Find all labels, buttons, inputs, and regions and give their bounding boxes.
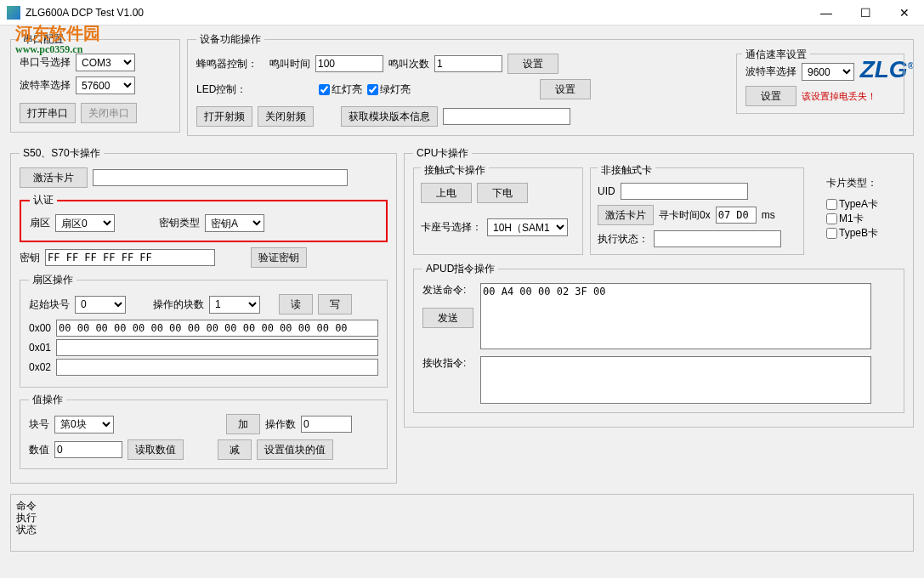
- exec-status-output: [654, 230, 781, 247]
- value-label: 数值: [29, 443, 49, 457]
- cpu-legend: CPU卡操作: [413, 146, 472, 161]
- close-serial-button[interactable]: 关闭串口: [81, 103, 137, 123]
- row0-input[interactable]: [56, 320, 378, 337]
- watermark: 河东软件园 www.pc0359.cn: [15, 22, 100, 56]
- port-select[interactable]: COM3: [76, 54, 135, 71]
- uid-label: UID: [598, 185, 615, 197]
- add-button[interactable]: 加: [226, 414, 260, 434]
- typea-checkbox[interactable]: TypeA卡: [826, 198, 878, 210]
- device-ops-group: 设备功能操作 通信速率设置 波特率选择 9600 设置 该设置掉电丢失！ 蜂鸣器…: [187, 32, 914, 136]
- beep-time-label: 鸣叫时间: [269, 57, 310, 71]
- row1-label: 0x01: [29, 342, 51, 354]
- sector-select[interactable]: 扇区0: [55, 214, 115, 232]
- power-off-button[interactable]: 下电: [477, 183, 528, 203]
- read-button[interactable]: 读: [279, 294, 313, 314]
- key-label: 密钥: [20, 251, 40, 265]
- card-type-group: 卡片类型： TypeA卡 M1卡 TypeB卡: [826, 176, 903, 241]
- power-on-button[interactable]: 上电: [421, 183, 472, 203]
- window-title: ZLG600A DCP Test V1.00: [26, 7, 144, 19]
- value-ops-group: 值操作 块号 第0块 加 操作数 数值 读取数值 减: [20, 393, 388, 469]
- apdu-legend: APUD指令操作: [422, 262, 498, 276]
- baud-setting-group: 通信速率设置 波特率选择 9600 设置 该设置掉电丢失！: [736, 54, 904, 114]
- rf-off-button[interactable]: 关闭射频: [258, 106, 314, 127]
- sub-button[interactable]: 减: [218, 439, 252, 460]
- read-value-button[interactable]: 读取数值: [128, 439, 184, 460]
- minimize-button[interactable]: —: [807, 0, 846, 26]
- recv-cmd-label: 接收指令:: [422, 356, 473, 371]
- led-set-button[interactable]: 设置: [540, 79, 591, 99]
- seek-time-label: 寻卡时间0x: [659, 208, 711, 223]
- typeb-checkbox[interactable]: TypeB卡: [826, 227, 878, 239]
- value-ops-legend: 值操作: [29, 393, 66, 407]
- uid-output: [621, 183, 748, 200]
- cmd-status-label: 命令 执行 状态: [16, 500, 43, 536]
- commbaud-set-button[interactable]: 设置: [745, 86, 796, 106]
- get-version-button[interactable]: 获取模块版本信息: [341, 106, 438, 127]
- commbaud-label: 波特率选择: [745, 65, 796, 79]
- m1-checkbox[interactable]: M1卡: [826, 212, 864, 224]
- verify-key-button[interactable]: 验证密钥: [251, 247, 307, 268]
- close-button[interactable]: ✕: [885, 0, 924, 26]
- noncontact-ops-group: 非接触式卡 UID 激活卡片 寻卡时间0x ms 执行状态：: [590, 167, 804, 255]
- contact-ops-group: 接触式卡操作 上电 下电 卡座号选择： 10H（SAM1）: [413, 167, 583, 255]
- block-count-label: 操作的块数: [153, 298, 204, 312]
- baud-select[interactable]: 57600: [76, 76, 135, 94]
- s50-legend: S50、S70卡操作: [20, 146, 104, 161]
- start-block-select[interactable]: 0: [75, 296, 126, 314]
- send-cmd-label: 发送命令:: [422, 283, 473, 298]
- red-led-checkbox[interactable]: 红灯亮: [319, 82, 362, 97]
- beep-count-label: 鸣叫次数: [388, 57, 429, 71]
- green-led-checkbox[interactable]: 绿灯亮: [367, 82, 411, 97]
- start-block-label: 起始块号: [29, 298, 70, 312]
- send-cmd-textarea[interactable]: 00 A4 00 00 02 3F 00: [480, 283, 871, 349]
- ms-label: ms: [762, 209, 775, 221]
- rf-on-button[interactable]: 打开射频: [196, 106, 252, 127]
- version-output: [443, 108, 570, 125]
- row2-label: 0x02: [29, 361, 51, 373]
- key-input[interactable]: [45, 249, 215, 266]
- activate-output: [93, 169, 348, 186]
- card-type-legend: 卡片类型：: [826, 176, 903, 190]
- seek-time-input[interactable]: [716, 207, 757, 224]
- auth-group: 认证 扇区 扇区0 密钥类型 密钥A: [20, 193, 388, 242]
- device-ops-legend: 设备功能操作: [196, 32, 264, 47]
- valblock-label: 块号: [29, 417, 49, 432]
- app-icon: [7, 6, 20, 20]
- recv-cmd-textarea: [480, 356, 871, 404]
- auth-legend: 认证: [30, 193, 57, 207]
- cpu-group: CPU卡操作 卡片类型： TypeA卡 M1卡 TypeB卡 接触式卡操作 上电…: [404, 146, 914, 428]
- beep-time-input[interactable]: [315, 55, 383, 72]
- baud-label: 波特率选择: [20, 78, 71, 93]
- valblock-select[interactable]: 第0块: [54, 416, 114, 434]
- row2-input[interactable]: [56, 359, 378, 376]
- block-count-select[interactable]: 1: [209, 296, 260, 314]
- open-serial-button[interactable]: 打开串口: [20, 103, 76, 123]
- exec-status-label: 执行状态：: [598, 232, 649, 246]
- write-button[interactable]: 写: [318, 294, 352, 314]
- apdu-group: APUD指令操作 发送命令: 发送 00 A4 00 00 02 3F 00 接…: [413, 262, 904, 413]
- commbaud-select[interactable]: 9600: [802, 63, 854, 81]
- slot-select[interactable]: 10H（SAM1）: [487, 218, 568, 236]
- send-button[interactable]: 发送: [422, 308, 473, 328]
- s50-group: S50、S70卡操作 激活卡片 认证 扇区 扇区0 密钥类型 密钥A: [10, 146, 397, 484]
- keytype-label: 密钥类型: [159, 216, 200, 230]
- beep-count-input[interactable]: [434, 55, 502, 72]
- row0-label: 0x00: [29, 322, 51, 334]
- row1-input[interactable]: [56, 339, 378, 356]
- maximize-button[interactable]: ☐: [846, 0, 885, 26]
- activate-card-button[interactable]: 激活卡片: [20, 167, 88, 188]
- sector-label: 扇区: [30, 216, 50, 230]
- beep-label: 蜂鸣器控制：: [196, 57, 264, 71]
- nc-activate-button[interactable]: 激活卡片: [598, 205, 654, 225]
- opcount-input[interactable]: [301, 416, 352, 433]
- value-input[interactable]: [54, 441, 122, 458]
- led-label: LED控制：: [196, 82, 264, 97]
- sector-ops-group: 扇区操作 起始块号 0 操作的块数 1 读 写 0x00: [20, 273, 388, 388]
- keytype-select[interactable]: 密钥A: [205, 214, 264, 232]
- beep-set-button[interactable]: 设置: [507, 54, 558, 74]
- baud-warning: 该设置掉电丢失！: [802, 90, 876, 103]
- titlebar: ZLG600A DCP Test V1.00 — ☐ ✕: [0, 0, 924, 26]
- opcount-label: 操作数: [265, 417, 296, 432]
- set-value-button[interactable]: 设置值块的值: [257, 439, 333, 460]
- cmd-status-group: 命令 执行 状态: [10, 494, 914, 552]
